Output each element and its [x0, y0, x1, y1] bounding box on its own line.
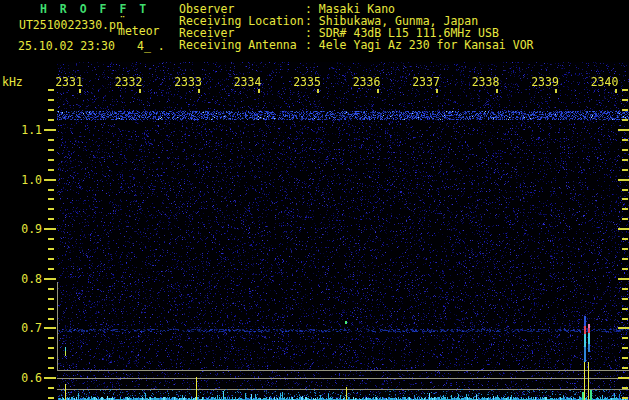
y-tick-minor — [48, 159, 54, 161]
y-tick-minor — [48, 248, 54, 250]
y-tick-minor — [48, 238, 54, 240]
y-tick-minor-right — [622, 387, 628, 389]
y-tick-minor-right — [622, 198, 628, 200]
y-tick-major — [44, 228, 56, 230]
y-tick-minor — [48, 268, 54, 270]
x-tick-mark — [258, 89, 260, 93]
y-tick-major — [44, 278, 56, 280]
y-tick-minor-right — [622, 298, 628, 300]
y-tick-minor — [48, 99, 54, 101]
hrofft-window: H R O F F T UT2510022330.pn ¨ meteor 25.… — [0, 0, 629, 400]
x-tick-mark — [496, 89, 498, 93]
khz-axis-label: kHz — [2, 76, 23, 88]
x-tick-mark — [555, 89, 557, 93]
x-tick-label: 2340 — [590, 76, 620, 88]
x-tick-label: 2336 — [352, 76, 382, 88]
y-tick-label: 1.1 — [18, 124, 42, 136]
y-tick-minor — [48, 357, 54, 359]
y-tick-minor-right — [622, 238, 628, 240]
y-tick-major-right — [618, 179, 629, 181]
x-tick-mark — [79, 89, 81, 93]
y-tick-major-right — [618, 129, 629, 131]
y-tick-minor — [48, 149, 54, 151]
app-title: H R O F F T — [40, 3, 149, 15]
filename: UT2510022330.pn — [19, 19, 123, 31]
y-tick-minor — [48, 337, 54, 339]
y-tick-minor-right — [622, 268, 628, 270]
y-tick-minor-right — [622, 357, 628, 359]
y-tick-minor-right — [622, 169, 628, 171]
y-tick-minor — [48, 258, 54, 260]
y-tick-minor-right — [622, 139, 628, 141]
y-tick-major — [44, 129, 56, 131]
y-tick-minor-right — [622, 109, 628, 111]
y-tick-minor — [48, 119, 54, 121]
y-tick-minor — [48, 367, 54, 369]
y-tick-label: 0.9 — [18, 223, 42, 235]
x-tick-label: 2333 — [173, 76, 203, 88]
x-tick-mark — [317, 89, 319, 93]
y-tick-minor-right — [622, 189, 628, 191]
y-tick-minor — [48, 218, 54, 220]
y-tick-minor — [48, 169, 54, 171]
y-tick-minor-right — [622, 208, 628, 210]
y-tick-minor-right — [622, 89, 628, 91]
x-tick-label: 2337 — [411, 76, 441, 88]
filename-overlay: meteor — [118, 25, 160, 37]
y-tick-major — [44, 179, 56, 181]
y-tick-minor — [48, 298, 54, 300]
x-tick-label: 2335 — [292, 76, 322, 88]
x-tick-mark — [198, 89, 200, 93]
y-tick-minor-right — [622, 119, 628, 121]
y-tick-minor — [48, 89, 54, 91]
y-tick-minor — [48, 198, 54, 200]
y-tick-label: 1.0 — [18, 174, 42, 186]
y-tick-minor — [48, 288, 54, 290]
y-tick-minor-right — [622, 99, 628, 101]
y-tick-minor-right — [622, 218, 628, 220]
y-tick-major-right — [618, 327, 629, 329]
x-tick-label: 2331 — [54, 76, 84, 88]
x-tick-mark — [139, 89, 141, 93]
y-tick-minor — [48, 139, 54, 141]
x-tick-mark — [436, 89, 438, 93]
x-tick-label: 2334 — [233, 76, 263, 88]
y-tick-label: 0.6 — [18, 372, 42, 384]
y-tick-minor — [48, 397, 54, 399]
y-tick-minor-right — [622, 149, 628, 151]
y-tick-minor-right — [622, 337, 628, 339]
y-tick-minor-right — [622, 347, 628, 349]
y-tick-label: 0.8 — [18, 273, 42, 285]
y-tick-minor — [48, 189, 54, 191]
y-tick-minor-right — [622, 318, 628, 320]
field-value-receiving-antenna: : 4ele Yagi Az 230 for Kansai VOR — [305, 39, 533, 51]
y-tick-minor — [48, 347, 54, 349]
y-tick-minor — [48, 387, 54, 389]
y-tick-major-right — [618, 278, 629, 280]
field-label-receiving-antenna: Receiving Antenna — [179, 39, 297, 51]
y-tick-major-right — [618, 228, 629, 230]
y-tick-minor-right — [622, 367, 628, 369]
x-tick-label: 2332 — [114, 76, 144, 88]
x-tick-label: 2339 — [530, 76, 560, 88]
y-tick-minor — [48, 318, 54, 320]
y-tick-minor-right — [622, 397, 628, 399]
y-tick-major — [44, 377, 56, 379]
y-tick-minor-right — [622, 288, 628, 290]
datetime: 25.10.02 23:30 — [18, 40, 115, 52]
y-tick-minor — [48, 109, 54, 111]
x-tick-label: 2338 — [471, 76, 501, 88]
spectrogram-canvas — [57, 62, 629, 400]
y-tick-minor-right — [622, 159, 628, 161]
y-tick-minor-right — [622, 258, 628, 260]
y-tick-major-right — [618, 377, 629, 379]
y-tick-minor — [48, 208, 54, 210]
echo-counter: 4_ . — [137, 40, 165, 52]
y-tick-minor — [48, 308, 54, 310]
y-tick-minor-right — [622, 248, 628, 250]
x-tick-mark — [615, 89, 617, 93]
x-tick-mark — [377, 89, 379, 93]
y-tick-minor-right — [622, 308, 628, 310]
y-tick-major — [44, 327, 56, 329]
y-tick-label: 0.7 — [18, 322, 42, 334]
